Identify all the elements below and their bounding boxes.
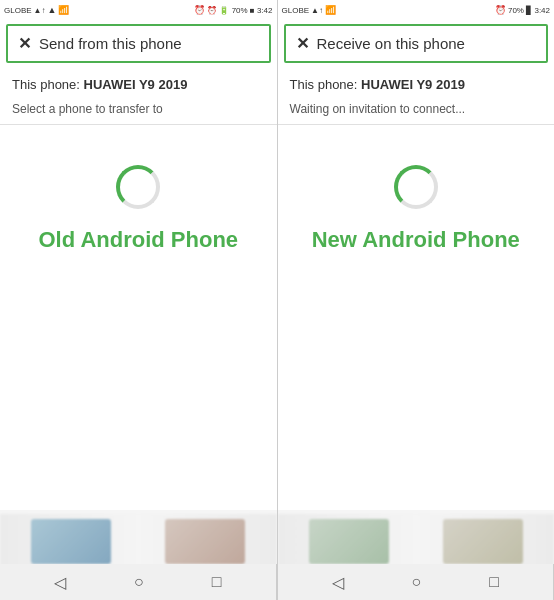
- left-phone-prefix: This phone:: [12, 77, 84, 92]
- right-back-button[interactable]: ◁: [332, 573, 344, 592]
- right-phone-panel: ✕ Receive on this phone This phone: HUAW…: [278, 20, 555, 600]
- right-close-button[interactable]: ✕: [296, 34, 309, 53]
- phones-row: ✕ Send from this phone This phone: HUAWE…: [0, 20, 554, 600]
- right-title-bar: ✕ Receive on this phone: [284, 24, 549, 63]
- left-ad-strip: [0, 514, 277, 569]
- right-nav-bar: ◁ ○ □: [278, 564, 555, 600]
- left-phone-name: HUAWEI Y9 2019: [84, 77, 188, 92]
- status-bars-row: GLOBE ▲↑ ▲ 📶 ⏰ ⏰ 🔋 70% ■ 3:42 GLOBE ▲↑ 📶…: [0, 0, 554, 20]
- left-spinner-area: Old Android Phone: [0, 125, 277, 273]
- left-nav-panel: ◁ ○ □: [0, 564, 277, 600]
- right-ad-thumb-1: [309, 519, 389, 564]
- right-spinner-area: New Android Phone: [278, 125, 555, 273]
- right-nav-panel: ◁ ○ □: [278, 564, 555, 600]
- right-phone-info: This phone: HUAWEI Y9 2019: [278, 67, 555, 98]
- right-status-signal: ▲↑: [311, 6, 323, 15]
- right-ad-strip: [278, 514, 555, 569]
- left-title-bar: ✕ Send from this phone: [6, 24, 271, 63]
- left-subtitle: Select a phone to transfer to: [0, 98, 277, 125]
- left-signal-bars: 📶: [58, 5, 69, 15]
- left-nav-bar: ◁ ○ □: [0, 564, 277, 600]
- right-status-right: ⏰ 70% ▊ 3:42: [495, 5, 550, 15]
- right-ad-thumb-2: [443, 519, 523, 564]
- right-status-bar: GLOBE ▲↑ 📶 ⏰ 70% ▊ 3:42: [278, 0, 555, 20]
- right-phone-name: HUAWEI Y9 2019: [361, 77, 465, 92]
- right-status-left: GLOBE ▲↑ 📶: [282, 5, 337, 15]
- left-close-button[interactable]: ✕: [18, 34, 31, 53]
- left-home-button[interactable]: ○: [134, 573, 144, 591]
- left-back-button[interactable]: ◁: [54, 573, 66, 592]
- left-status-signal: ▲↑: [34, 6, 46, 15]
- right-status-carrier: GLOBE: [282, 6, 310, 15]
- right-recent-button[interactable]: □: [489, 573, 499, 591]
- left-battery-text: ⏰ 🔋 70% ■ 3:42: [207, 6, 272, 15]
- right-battery-text: 70% ▊ 3:42: [508, 6, 550, 15]
- screen-container: GLOBE ▲↑ ▲ 📶 ⏰ ⏰ 🔋 70% ■ 3:42 GLOBE ▲↑ 📶…: [0, 0, 554, 600]
- right-phone-label: New Android Phone: [312, 227, 520, 253]
- right-alarm-icon: ⏰: [495, 5, 506, 15]
- right-signal-bars: 📶: [325, 5, 336, 15]
- right-phone-prefix: This phone:: [290, 77, 362, 92]
- left-status-right: ⏰ ⏰ 🔋 70% ■ 3:42: [194, 5, 272, 15]
- right-subtitle: Waiting on invitation to connect...: [278, 98, 555, 125]
- left-spinner: [116, 165, 160, 209]
- left-phone-label: Old Android Phone: [38, 227, 238, 253]
- right-spinner: [394, 165, 438, 209]
- right-home-button[interactable]: ○: [412, 573, 422, 591]
- left-status-bar: GLOBE ▲↑ ▲ 📶 ⏰ ⏰ 🔋 70% ■ 3:42: [0, 0, 278, 20]
- left-phone-panel: ✕ Send from this phone This phone: HUAWE…: [0, 20, 278, 600]
- left-status-wifi: ▲: [48, 5, 57, 15]
- right-title-text: Receive on this phone: [317, 35, 465, 52]
- left-alarm-icon: ⏰: [194, 5, 205, 15]
- left-status-left: GLOBE ▲↑ ▲ 📶: [4, 5, 69, 15]
- left-recent-button[interactable]: □: [212, 573, 222, 591]
- left-ad-thumb-1: [31, 519, 111, 564]
- left-status-carrier: GLOBE: [4, 6, 32, 15]
- left-title-text: Send from this phone: [39, 35, 182, 52]
- left-ad-thumb-2: [165, 519, 245, 564]
- left-phone-info: This phone: HUAWEI Y9 2019: [0, 67, 277, 98]
